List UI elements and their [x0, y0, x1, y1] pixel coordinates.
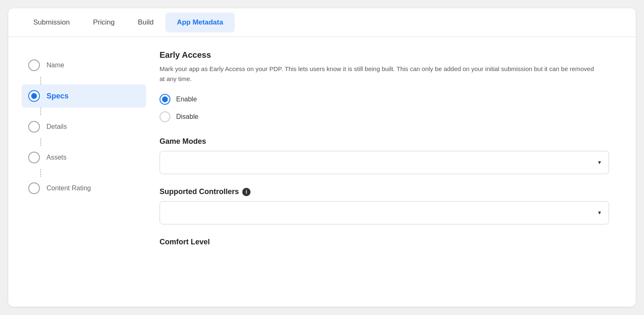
info-icon: i	[242, 188, 251, 196]
radio-disable-label: Disable	[176, 113, 198, 121]
supported-controllers-dropdown[interactable]: ▼	[160, 201, 609, 224]
early-access-enable-option[interactable]: Enable	[160, 94, 609, 105]
comfort-level-label: Comfort Level	[160, 238, 609, 246]
connector-name-specs	[35, 77, 47, 84]
sidebar-item-name[interactable]: Name	[22, 54, 146, 77]
content-area: Name Specs Details Assets	[8, 37, 636, 273]
radio-assets	[28, 152, 40, 163]
tab-pricing[interactable]: Pricing	[81, 8, 126, 37]
connector-specs-details	[35, 108, 47, 115]
radio-content-rating	[28, 182, 40, 194]
supported-controllers-label: Supported Controllers i	[160, 187, 609, 196]
sidebar-label-details: Details	[47, 123, 67, 130]
radio-details	[28, 121, 40, 133]
radio-specs	[28, 90, 40, 102]
connector-details-assets	[35, 138, 47, 146]
game-modes-section: Game Modes ▼	[160, 137, 609, 174]
early-access-title: Early Access	[160, 50, 609, 60]
radio-enable-label: Enable	[176, 96, 197, 103]
main-card: Submission Pricing Build App Metadata Na…	[8, 8, 636, 307]
sidebar-label-specs: Specs	[47, 92, 69, 101]
sidebar: Name Specs Details Assets	[22, 50, 146, 260]
main-content: Early Access Mark your app as Early Acce…	[146, 50, 622, 260]
sidebar-item-assets[interactable]: Assets	[22, 146, 146, 169]
tab-submission[interactable]: Submission	[22, 8, 81, 37]
early-access-description: Mark your app as Early Access on your PD…	[160, 64, 596, 84]
sidebar-item-specs[interactable]: Specs	[22, 84, 146, 108]
sidebar-item-content-rating[interactable]: Content Rating	[22, 177, 146, 200]
tab-build[interactable]: Build	[126, 8, 165, 37]
radio-name	[28, 59, 40, 71]
comfort-level-section: Comfort Level	[160, 238, 609, 246]
radio-disable[interactable]	[160, 111, 170, 122]
early-access-section: Early Access Mark your app as Early Acce…	[160, 50, 609, 122]
early-access-radio-group: Enable Disable	[160, 94, 609, 122]
game-modes-arrow-icon: ▼	[597, 160, 602, 165]
sidebar-label-content-rating: Content Rating	[47, 185, 91, 192]
sidebar-label-name: Name	[47, 62, 64, 69]
tab-app-metadata[interactable]: App Metadata	[165, 12, 235, 32]
tabs-bar: Submission Pricing Build App Metadata	[8, 8, 636, 37]
connector-assets-content-rating	[35, 169, 47, 177]
supported-controllers-arrow-icon: ▼	[597, 210, 602, 216]
early-access-disable-option[interactable]: Disable	[160, 111, 609, 122]
sidebar-label-assets: Assets	[47, 154, 66, 161]
radio-enable[interactable]	[160, 94, 170, 105]
supported-controllers-section: Supported Controllers i ▼	[160, 187, 609, 224]
sidebar-item-details[interactable]: Details	[22, 115, 146, 138]
game-modes-label: Game Modes	[160, 137, 609, 146]
game-modes-dropdown[interactable]: ▼	[160, 151, 609, 174]
